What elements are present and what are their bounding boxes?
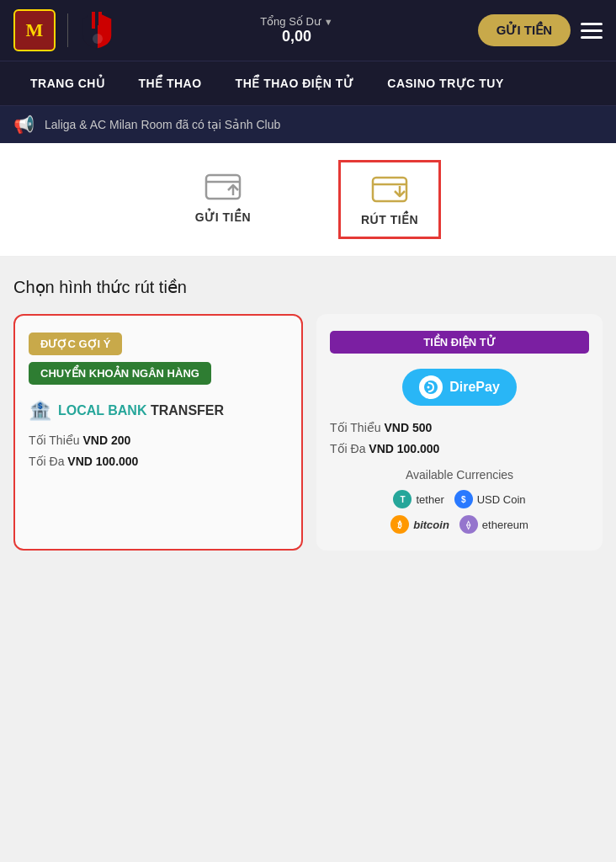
svg-point-4: [93, 34, 103, 44]
nav-item-esports[interactable]: THỂ THAO ĐIỆN TỬ: [219, 61, 371, 105]
currency-bitcoin: ₿ bitcoin: [390, 515, 449, 534]
direpay-container: DirePay: [330, 369, 589, 406]
currency-ethereum: ⟠ ethereum: [459, 515, 528, 534]
svg-rect-8: [373, 178, 406, 201]
usdc-label: USD Coin: [477, 493, 526, 506]
bitcoin-icon: ₿: [390, 515, 409, 534]
svg-point-12: [427, 386, 430, 389]
transfer-badge: CHUYỂN KHOẢN NGÂN HÀNG: [29, 362, 211, 385]
main-nav: TRANG CHỦ THỂ THAO THỂ THAO ĐIỆN TỬ CASI…: [0, 61, 616, 105]
bank-transfer-label: 🏦 LOCAL BANK TRANSFER: [29, 400, 288, 422]
nav-item-sports[interactable]: THỂ THAO: [121, 61, 218, 105]
tabs-section: GỬI TIỀN RÚT TIỀN: [0, 143, 616, 257]
header: M Tổng Số Dư ▼ 0,00 GỬI TIỀN: [0, 0, 616, 61]
withdraw-tab-icon: [369, 173, 410, 206]
main-content: Chọn hình thức rút tiền ĐƯỢC GỢI Ý CHUYỂ…: [0, 257, 616, 571]
tab-send[interactable]: GỬI TIỀN: [175, 160, 271, 239]
suggested-badge: ĐƯỢC GỢI Ý: [29, 333, 122, 355]
announcement-icon: 📢: [13, 114, 35, 135]
svg-rect-3: [98, 12, 102, 29]
currency-tether: T tether: [393, 490, 443, 508]
payment-cards-row: ĐƯỢC GỢI Ý CHUYỂN KHOẢN NGÂN HÀNG 🏦 LOCA…: [13, 314, 603, 551]
bank-icon: 🏦: [29, 400, 51, 422]
svg-rect-2: [95, 12, 98, 25]
logo-container: M: [13, 9, 115, 51]
direpay-icon: [419, 375, 443, 399]
bank-label-text: LOCAL BANK TRANSFER: [58, 403, 224, 418]
local-bank-card[interactable]: ĐƯỢC GỢI Ý CHUYỂN KHOẢN NGÂN HÀNG 🏦 LOCA…: [13, 314, 303, 551]
currency-row: T tether $ USD Coin: [330, 490, 589, 508]
balance-container: Tổng Số Dư ▼ 0,00: [260, 15, 333, 45]
send-tab-label: GỬI TIỀN: [195, 210, 251, 224]
balance-label: Tổng Số Dư ▼: [260, 15, 333, 28]
direpay-label: DirePay: [449, 380, 500, 395]
bank-limits: Tối Thiểu VND 200 Tối Đa VND 100.000: [29, 430, 288, 472]
crypto-badge: TIỀN ĐIỆN TỬ: [330, 331, 589, 354]
tether-icon: T: [393, 490, 412, 508]
logo-divider: [67, 13, 68, 47]
nav-item-casino[interactable]: CASINO TRỰC TUY: [370, 61, 521, 105]
crypto-card[interactable]: TIỀN ĐIỆN TỬ DirePay Tối Thiểu VND 500: [316, 314, 603, 551]
svg-rect-0: [92, 12, 95, 29]
deposit-button[interactable]: GỬI TIỀN: [478, 14, 571, 46]
badge-row: ĐƯỢC GỢI Ý CHUYỂN KHOẢN NGÂN HÀNG: [29, 333, 288, 385]
currencies-section: Available Currencies T tether $ USD Coin…: [330, 468, 589, 534]
hamburger-menu-icon[interactable]: [581, 23, 603, 39]
header-actions: GỬI TIỀN: [478, 14, 603, 46]
balance-amount: 0,00: [282, 28, 311, 45]
svg-rect-1: [88, 12, 92, 29]
tether-label: tether: [416, 493, 443, 506]
currencies-title: Available Currencies: [330, 468, 589, 482]
announcement-bar: 📢 Laliga & AC Milan Room đã có tại Sảnh …: [0, 105, 616, 143]
announcement-text: Laliga & AC Milan Room đã có tại Sảnh Cl…: [45, 118, 280, 131]
logo-milan: [80, 10, 115, 51]
crypto-limits: Tối Thiểu VND 500 Tối Đa VND 100.000: [330, 418, 589, 460]
send-tab-icon: [203, 170, 243, 204]
chevron-down-icon: ▼: [324, 17, 333, 27]
currency-row-2: ₿ bitcoin ⟠ ethereum: [330, 515, 589, 534]
usdc-icon: $: [454, 490, 473, 508]
tab-withdraw[interactable]: RÚT TIỀN: [338, 160, 441, 239]
withdraw-tab-label: RÚT TIỀN: [361, 213, 418, 226]
bitcoin-label: bitcoin: [413, 519, 449, 531]
currency-usdc: $ USD Coin: [454, 490, 526, 508]
ethereum-label: ethereum: [482, 519, 528, 531]
logo-m: M: [13, 9, 56, 51]
nav-item-home[interactable]: TRANG CHỦ: [13, 61, 121, 105]
direpay-badge: DirePay: [402, 369, 517, 406]
section-title: Chọn hình thức rút tiền: [13, 277, 603, 297]
crypto-badge-container: TIỀN ĐIỆN TỬ: [330, 331, 589, 354]
ethereum-icon: ⟠: [459, 515, 478, 534]
